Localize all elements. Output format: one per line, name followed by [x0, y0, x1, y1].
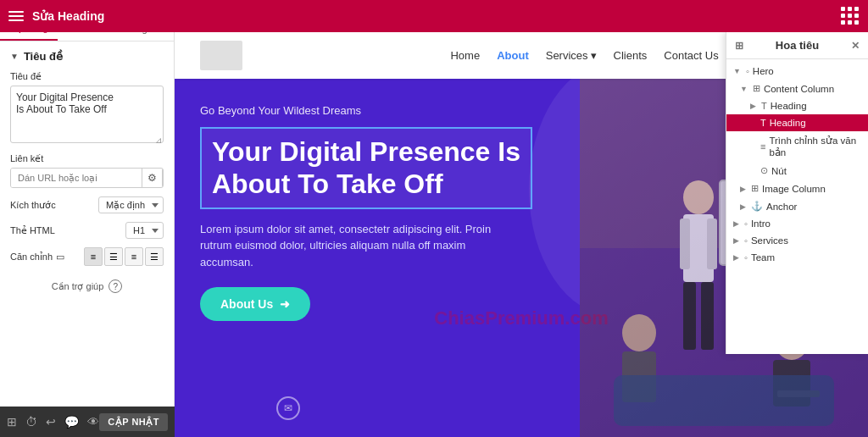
tree-item-heading-selected[interactable]: T Heading — [726, 114, 868, 131]
tree-icon-heading-selected: T — [760, 118, 766, 128]
section-header: ▼ Tiêu đề — [10, 50, 164, 63]
tree-label-image-column: Image Column — [762, 184, 826, 194]
hero-heading-line1: Your Digital Presence Is — [212, 136, 520, 167]
grid-icon[interactable] — [841, 7, 860, 25]
hero-body-text: Lorem ipsum dolor sit amet, consectetr a… — [200, 221, 514, 271]
tree-item-heading-parent[interactable]: ▶ T Heading — [726, 97, 868, 114]
tree-item-image-column[interactable]: ▶ ⊞ Image Column — [726, 180, 868, 197]
align-left-btn[interactable]: ≡ — [84, 247, 103, 266]
top-bar: Sửa Heading — [0, 0, 868, 32]
kichthuoc-select[interactable]: Mặc định — [98, 196, 164, 213]
align-buttons: ≡ ☰ ≡ ☰ — [84, 247, 164, 266]
tree-label-nut: Nút — [771, 166, 787, 176]
email-icon-area: ✉ — [276, 396, 300, 420]
tree-item-trinh-chinh[interactable]: ≡ Trình chỉnh sửa văn bản — [726, 131, 868, 162]
link-actions: ⚙ ≡ — [142, 169, 164, 187]
thehtml-row: Thẻ HTML H1 — [10, 222, 164, 239]
kichthuoc-row: Kích thước Mặc định — [10, 196, 164, 213]
tree-icon-services: ◦ — [744, 235, 748, 246]
canhchinh-row: Căn chỉnh ▭ ≡ ☰ ≡ ☰ — [10, 247, 164, 266]
help-text: Cần trợ giúp — [52, 281, 104, 292]
tree-item-team[interactable]: ▶ ◦ Team — [726, 249, 868, 266]
clock-icon[interactable]: ⏱ — [25, 415, 37, 429]
tieude-textarea[interactable]: Your Digital Presence Is About To Take O… — [10, 86, 164, 143]
tree-expand-heading: ▶ — [750, 102, 756, 110]
nav-contact[interactable]: Contact Us — [664, 49, 718, 62]
right-panel-header-actions: ✕ — [851, 40, 860, 52]
tree-item-anchor[interactable]: ▶ ⚓ Anchor — [726, 197, 868, 215]
chat-icon[interactable]: 💬 — [64, 415, 79, 429]
about-us-button[interactable]: About Us ➜ — [200, 287, 310, 321]
tree-expand-team: ▶ — [733, 253, 739, 262]
tree-item-services[interactable]: ▶ ◦ Services — [726, 232, 868, 249]
align-right-btn[interactable]: ≡ — [125, 247, 143, 266]
tree-item-content-column[interactable]: ▼ ⊞ Content Column — [726, 80, 868, 97]
right-panel-header: ⊞ Hoa tiêu ✕ — [726, 32, 868, 59]
tree-label-heading-selected: Heading — [770, 118, 806, 128]
tree-icon-nut: ⊙ — [760, 165, 768, 176]
tree-label-intro: Intro — [751, 218, 771, 229]
hero-subtitle: Go Beyond Your Wildest Dreams — [200, 104, 532, 117]
hero-heading-box[interactable]: Your Digital Presence Is About To Take O… — [200, 127, 532, 209]
tree-icon-anchor: ⚓ — [751, 201, 763, 212]
bottom-bar: ⊞ ⏱ ↩ 💬 👁 CẬP NHẬT — [0, 407, 175, 437]
tree-content: ▼ ◦ Hero ▼ ⊞ Content Column ▶ T Heading … — [726, 59, 868, 354]
hamburger-icon[interactable] — [8, 11, 24, 21]
nav-about[interactable]: About — [497, 49, 529, 62]
panel-close-icon[interactable]: ✕ — [851, 40, 860, 52]
tree-label-anchor: Anchor — [766, 202, 797, 212]
email-icon[interactable]: ✉ — [276, 396, 300, 420]
align-justify-btn[interactable]: ☰ — [145, 247, 164, 266]
top-bar-title: Sửa Heading — [32, 9, 104, 23]
about-btn-label: About Us — [220, 297, 273, 311]
link-list-icon[interactable]: ≡ — [163, 169, 164, 187]
tree-label-services: Services — [751, 235, 788, 246]
help-row[interactable]: Cần trợ giúp ? — [10, 279, 164, 293]
tree-icon-hero: ◦ — [746, 66, 749, 76]
tree-label-content-column: Content Column — [764, 84, 834, 94]
nav-services[interactable]: Services ▾ — [546, 49, 597, 62]
tree-item-intro[interactable]: ▶ ◦ Intro — [726, 215, 868, 232]
tree-label-team: Team — [751, 252, 775, 263]
kichthuoc-label: Kích thước — [10, 200, 56, 211]
tree-expand-intro: ▶ — [733, 219, 739, 228]
tree-label-trinh-chinh: Trình chỉnh sửa văn bản — [769, 135, 861, 158]
top-bar-left: Sửa Heading — [8, 9, 104, 23]
thehtml-select[interactable]: H1 — [125, 222, 164, 239]
tree-item-nut[interactable]: ⊙ Nút — [726, 162, 868, 180]
lienket-label: Liên kết — [10, 153, 164, 164]
hero-heading-line2: About To Take Off — [212, 169, 443, 199]
bottom-icons: ⊞ ⏱ ↩ 💬 👁 — [7, 415, 99, 429]
svg-rect-6 — [683, 282, 696, 350]
nav-services-label: Services — [546, 49, 588, 62]
svg-point-9 — [622, 314, 656, 351]
tree-icon-content-column: ⊞ — [753, 83, 760, 94]
tree-icon-heading-parent: T — [761, 101, 767, 111]
thehtml-label: Thẻ HTML — [10, 225, 55, 236]
link-input[interactable] — [11, 169, 142, 187]
update-button[interactable]: CẬP NHẬT — [99, 413, 168, 431]
nav-clients[interactable]: Clients — [614, 49, 648, 62]
canhchinh-label: Căn chỉnh ▭ — [10, 252, 64, 263]
right-panel: ⊞ Hoa tiêu ✕ ▼ ◦ Hero ▼ ⊞ Content Column… — [726, 32, 868, 354]
eye-icon[interactable]: 👁 — [87, 415, 99, 429]
site-logo — [200, 41, 242, 70]
align-center-btn[interactable]: ☰ — [104, 247, 123, 266]
section-arrow: ▼ — [10, 52, 19, 61]
svg-rect-5 — [707, 218, 717, 269]
hero-heading: Your Digital Presence Is About To Take O… — [212, 136, 520, 201]
tree-label-heading-parent: Heading — [771, 101, 807, 111]
link-settings-icon[interactable]: ⚙ — [142, 169, 163, 187]
about-btn-arrow: ➜ — [280, 297, 290, 311]
canhchinh-text: Căn chỉnh — [10, 252, 53, 263]
history-icon[interactable]: ↩ — [46, 415, 56, 429]
tree-item-hero[interactable]: ▼ ◦ Hero — [726, 63, 868, 80]
widget-icon[interactable]: ⊞ — [7, 415, 17, 429]
svg-rect-7 — [701, 282, 714, 350]
svg-rect-14 — [614, 375, 834, 426]
tree-expand-anchor: ▶ — [740, 202, 746, 211]
nav-home[interactable]: Home — [450, 49, 480, 62]
link-row: ⚙ ≡ — [10, 168, 164, 188]
resize-handle[interactable]: ⊿ — [155, 136, 162, 145]
align-indicator-icon: ▭ — [56, 252, 64, 263]
